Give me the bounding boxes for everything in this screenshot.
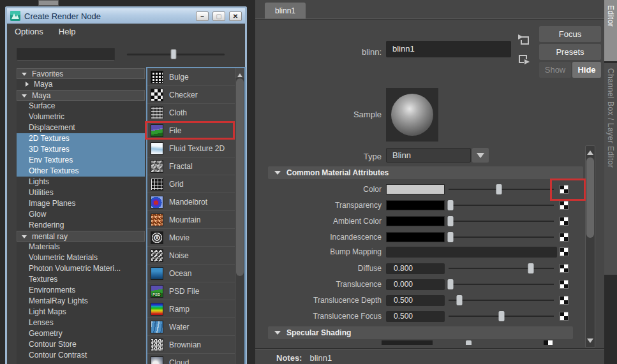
slider-handle[interactable] bbox=[448, 200, 454, 210]
tree-item-favorites[interactable]: Favorites bbox=[17, 68, 145, 79]
translucence-depth-slider[interactable] bbox=[449, 295, 554, 306]
minimize-button[interactable]: – bbox=[196, 11, 209, 21]
slider-handle[interactable] bbox=[496, 184, 502, 194]
node-item-fractal[interactable]: Fractal bbox=[147, 157, 244, 175]
slider-handle[interactable] bbox=[448, 279, 454, 289]
tree-item-image-planes[interactable]: Image Planes bbox=[17, 198, 145, 209]
translucence-value-field[interactable]: 0.000 bbox=[386, 279, 445, 290]
icon-size-slider[interactable] bbox=[127, 48, 225, 60]
transparency-map-button[interactable] bbox=[560, 201, 569, 210]
tree-item-surface[interactable]: Surface bbox=[17, 101, 145, 112]
scroll-thumb[interactable] bbox=[236, 78, 244, 276]
node-item-water[interactable]: Water bbox=[147, 318, 244, 336]
node-item-checker[interactable]: Checker bbox=[147, 86, 244, 104]
tab-blinn1[interactable]: blinn1 bbox=[265, 3, 306, 18]
tree-item-materials[interactable]: Materials bbox=[17, 242, 145, 252]
tree-item-other-textures[interactable]: Other Textures bbox=[17, 166, 145, 177]
translucence-focus-value-field[interactable]: 0.500 bbox=[386, 311, 445, 322]
scroll-up-arrow-icon[interactable] bbox=[587, 147, 593, 155]
node-item-psd-file[interactable]: PSD File bbox=[147, 282, 244, 300]
scroll-thumb[interactable] bbox=[586, 157, 594, 238]
scroll-down-arrow-icon[interactable] bbox=[587, 339, 593, 346]
node-item-ocean[interactable]: Ocean bbox=[147, 265, 244, 282]
show-button[interactable]: Show bbox=[539, 62, 571, 78]
tree-item-lenses[interactable]: Lenses bbox=[17, 317, 145, 328]
bump-mapping-field[interactable] bbox=[386, 247, 557, 258]
tree-item-light-maps[interactable]: Light Maps bbox=[17, 307, 145, 317]
node-item-fluid-texture-2d[interactable]: Fluid Texture 2D bbox=[147, 140, 244, 157]
tree-item-glow[interactable]: Glow bbox=[17, 209, 145, 220]
hide-button[interactable]: Hide bbox=[572, 62, 601, 78]
color-slider[interactable] bbox=[449, 184, 554, 195]
slider-handle[interactable] bbox=[498, 311, 504, 321]
incandescence-slider[interactable] bbox=[449, 231, 554, 243]
tree-item-maya[interactable]: Maya bbox=[17, 90, 145, 101]
filter-input[interactable] bbox=[17, 48, 115, 61]
node-item-brownian[interactable]: Brownian bbox=[147, 336, 244, 354]
slider-handle[interactable] bbox=[448, 232, 454, 242]
translucence-map-button[interactable] bbox=[560, 280, 569, 289]
tree-item-textures[interactable]: Textures bbox=[17, 274, 145, 285]
tree-item-displacement[interactable]: Displacement bbox=[17, 122, 145, 133]
scroll-up-arrow-icon[interactable] bbox=[235, 68, 244, 78]
bump-mapping-map-button[interactable] bbox=[560, 247, 569, 256]
incandescence-map-button[interactable] bbox=[560, 233, 569, 242]
node-item-ramp[interactable]: Ramp bbox=[147, 300, 244, 318]
node-item-cloud[interactable]: Cloud bbox=[147, 354, 244, 364]
tree-item-mental-ray[interactable]: mental ray bbox=[17, 231, 145, 242]
transparency-swatch[interactable] bbox=[386, 200, 445, 210]
node-item-movie[interactable]: Movie bbox=[147, 229, 244, 247]
diffuse-map-button[interactable] bbox=[560, 264, 569, 273]
section-specular-shading[interactable]: Specular Shading bbox=[268, 326, 573, 339]
node-item-cloth[interactable]: Cloth bbox=[147, 104, 244, 122]
ambient-color-swatch[interactable] bbox=[386, 216, 445, 226]
ambient-color-slider[interactable] bbox=[449, 215, 554, 227]
ambient-color-map-button[interactable] bbox=[560, 217, 569, 226]
notes-row[interactable]: Notes:blinn1 bbox=[276, 353, 332, 363]
tree-item-lights[interactable]: Lights bbox=[17, 177, 145, 187]
tree-item-rendering[interactable]: Rendering bbox=[17, 220, 145, 231]
tree-item-contour-store[interactable]: Contour Store bbox=[17, 339, 145, 350]
slider-handle[interactable] bbox=[448, 216, 454, 226]
tree-item-env-textures[interactable]: Env Textures bbox=[17, 155, 145, 166]
tree-item-contour-contrast[interactable]: Contour Contrast bbox=[17, 350, 145, 361]
node-item-noise[interactable]: Noise bbox=[147, 247, 244, 265]
tree-item-volumetric[interactable]: Volumetric bbox=[17, 112, 145, 122]
tree-item-maya-collapsed[interactable]: Maya bbox=[17, 79, 145, 90]
translucence-focus-map-button[interactable] bbox=[560, 312, 569, 321]
incandescence-swatch[interactable] bbox=[386, 232, 445, 242]
transparency-slider[interactable] bbox=[449, 200, 554, 211]
output-connection-icon[interactable] bbox=[517, 52, 531, 66]
node-list-scrollbar[interactable] bbox=[235, 68, 244, 364]
translucence-depth-value-field[interactable]: 0.500 bbox=[386, 295, 445, 306]
tree-item-environments[interactable]: Environments bbox=[17, 285, 145, 296]
type-dropdown-arrow[interactable] bbox=[472, 148, 489, 163]
node-item-grid[interactable]: Grid bbox=[147, 175, 244, 193]
tree-item-photon-volumetric[interactable]: Photon Volumetric Materi... bbox=[17, 263, 145, 274]
tree-item-utilities[interactable]: Utilities bbox=[17, 187, 145, 198]
tree-item-geometry[interactable]: Geometry bbox=[17, 328, 145, 339]
menu-options[interactable]: Options bbox=[15, 27, 43, 36]
tree-item-volumetric-materials[interactable]: Volumetric Materials bbox=[17, 252, 145, 263]
color-swatch[interactable] bbox=[386, 184, 445, 194]
menu-help[interactable]: Help bbox=[59, 27, 76, 36]
attribute-scrollbar[interactable] bbox=[585, 145, 595, 348]
tab-channel-box-layer-editor[interactable]: Channel Box / Layer Editor bbox=[604, 63, 617, 275]
tree-item-mentalray-lights[interactable]: MentalRay Lights bbox=[17, 296, 145, 307]
slider-handle[interactable] bbox=[456, 295, 462, 305]
translucence-depth-map-button[interactable] bbox=[560, 296, 569, 305]
diffuse-value-field[interactable]: 0.800 bbox=[386, 263, 445, 274]
close-button[interactable]: ✕ bbox=[229, 11, 242, 21]
slider-handle[interactable] bbox=[528, 263, 533, 273]
translucence-slider[interactable] bbox=[449, 279, 554, 290]
tree-item-3d-textures[interactable]: 3D Textures bbox=[17, 144, 145, 155]
translucence-focus-slider[interactable] bbox=[449, 310, 554, 322]
tab-attribute-editor[interactable]: Editor bbox=[604, 0, 617, 61]
presets-button[interactable]: Presets bbox=[539, 44, 601, 60]
window-title-bar[interactable]: Create Render Node – ▢ ✕ bbox=[7, 8, 245, 24]
tree-item-2d-textures[interactable]: 2D Textures bbox=[17, 133, 145, 144]
input-connection-icon[interactable] bbox=[517, 33, 531, 47]
node-item-mandelbrot[interactable]: Mandelbrot bbox=[147, 193, 244, 211]
node-name-field[interactable]: blinn1 bbox=[386, 41, 511, 57]
section-common-material-attributes[interactable]: Common Material Attributes bbox=[268, 166, 583, 179]
